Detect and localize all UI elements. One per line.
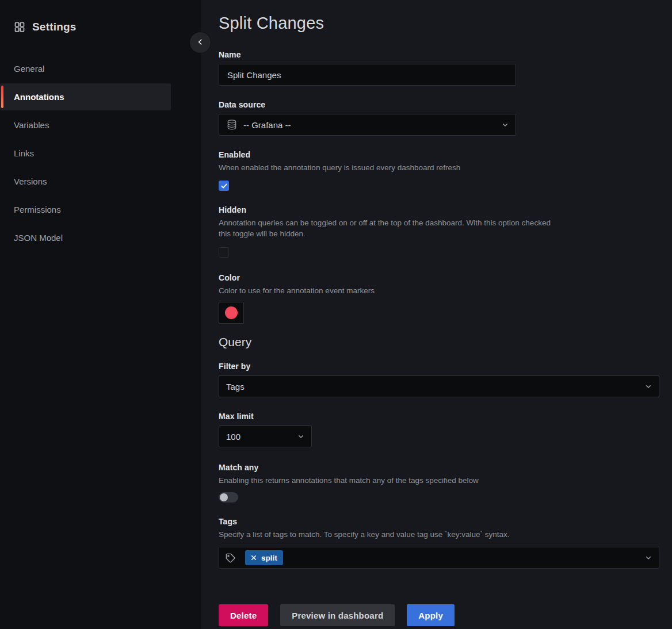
tags-label: Tags bbox=[219, 517, 659, 526]
sidebar-item-json-model[interactable]: JSON Model bbox=[0, 224, 171, 251]
dashboard-settings-page: Settings General Annotations Variables L… bbox=[0, 0, 672, 629]
chevron-down-icon bbox=[644, 553, 653, 562]
page-title: Split Changes bbox=[219, 14, 659, 33]
chevron-down-icon bbox=[296, 432, 306, 441]
enabled-description: When enabled the annotation query is iss… bbox=[219, 162, 659, 173]
max-limit-value: 100 bbox=[226, 432, 240, 442]
hidden-label: Hidden bbox=[219, 205, 659, 214]
annotation-settings-panel: Split Changes Name Data source -- Grafan… bbox=[200, 0, 672, 629]
settings-nav: General Annotations Variables Links Vers… bbox=[0, 55, 171, 251]
filter-by-value: Tags bbox=[226, 382, 245, 392]
hidden-checkbox[interactable] bbox=[219, 247, 229, 258]
sidebar-item-label: Annotations bbox=[14, 92, 64, 102]
apply-button[interactable]: Apply bbox=[407, 604, 455, 626]
data-source-select[interactable]: -- Grafana -- bbox=[219, 114, 516, 136]
data-source-field-group: Data source -- Grafana -- bbox=[219, 100, 659, 136]
sidebar-item-label: Variables bbox=[14, 120, 49, 130]
annotation-color-dot bbox=[225, 306, 238, 319]
x-icon bbox=[250, 554, 257, 561]
color-label: Color bbox=[219, 273, 659, 282]
sidebar-item-label: Versions bbox=[14, 177, 47, 186]
sidebar-item-links[interactable]: Links bbox=[0, 140, 171, 167]
name-label: Name bbox=[219, 50, 659, 59]
settings-title: Settings bbox=[32, 21, 77, 33]
enabled-label: Enabled bbox=[219, 150, 659, 159]
color-description: Color to use for the annotation event ma… bbox=[219, 285, 659, 296]
filter-by-label: Filter by bbox=[219, 362, 659, 371]
hidden-description: Annotation queries can be toggled on or … bbox=[219, 217, 553, 239]
chevron-left-icon bbox=[196, 37, 205, 48]
max-limit-select[interactable]: 100 bbox=[219, 425, 312, 447]
tag-chip-split[interactable]: split bbox=[245, 550, 283, 565]
max-limit-label: Max limit bbox=[219, 412, 659, 421]
match-any-description: Enabling this returns annotations that m… bbox=[219, 475, 659, 486]
sidebar-item-label: JSON Model bbox=[14, 233, 63, 243]
match-any-toggle[interactable] bbox=[219, 492, 238, 503]
collapse-sidebar-button[interactable] bbox=[190, 32, 211, 53]
name-field-group: Name bbox=[219, 50, 659, 86]
tags-select[interactable]: split bbox=[219, 547, 659, 569]
color-field-group: Color Color to use for the annotation ev… bbox=[219, 273, 659, 324]
tags-description: Specify a list of tags to match. To spec… bbox=[219, 529, 659, 540]
sidebar-item-label: Links bbox=[14, 148, 34, 158]
sidebar-item-versions[interactable]: Versions bbox=[0, 168, 171, 195]
color-picker-button[interactable] bbox=[219, 302, 244, 324]
hidden-field-group: Hidden Annotation queries can be toggled… bbox=[219, 205, 659, 258]
match-any-label: Match any bbox=[219, 463, 659, 472]
delete-button[interactable]: Delete bbox=[219, 604, 268, 626]
tag-icon bbox=[225, 553, 236, 563]
filter-by-field-group: Filter by Tags bbox=[219, 362, 659, 397]
enabled-checkbox[interactable] bbox=[219, 181, 229, 191]
match-any-field-group: Match any Enabling this returns annotati… bbox=[219, 463, 659, 503]
active-indicator-bar bbox=[1, 86, 3, 108]
filter-by-select[interactable]: Tags bbox=[219, 375, 659, 397]
sidebar-item-annotations[interactable]: Annotations bbox=[0, 83, 171, 110]
apps-grid-icon bbox=[14, 21, 25, 33]
preview-in-dashboard-button[interactable]: Preview in dashboard bbox=[280, 604, 395, 626]
tags-field-group: Tags Specify a list of tags to match. To… bbox=[219, 517, 659, 569]
name-input[interactable] bbox=[219, 64, 516, 86]
settings-sidebar: Settings General Annotations Variables L… bbox=[0, 0, 200, 629]
settings-header: Settings bbox=[0, 21, 200, 33]
query-section-heading: Query bbox=[219, 335, 659, 349]
sidebar-item-label: Permissions bbox=[14, 205, 61, 214]
sidebar-item-variables[interactable]: Variables bbox=[0, 112, 171, 139]
chevron-down-icon bbox=[644, 382, 653, 391]
max-limit-field-group: Max limit 100 bbox=[219, 412, 659, 447]
toggle-knob bbox=[220, 493, 228, 501]
action-button-row: Delete Preview in dashboard Apply bbox=[219, 604, 659, 626]
data-source-label: Data source bbox=[219, 100, 659, 109]
tag-chip-label: split bbox=[261, 554, 277, 562]
enabled-field-group: Enabled When enabled the annotation quer… bbox=[219, 150, 659, 191]
sidebar-item-general[interactable]: General bbox=[0, 55, 171, 82]
sidebar-item-permissions[interactable]: Permissions bbox=[0, 196, 171, 223]
data-source-value: -- Grafana -- bbox=[243, 120, 291, 130]
sidebar-item-label: General bbox=[14, 64, 44, 74]
chevron-down-icon bbox=[501, 120, 510, 129]
database-icon bbox=[226, 119, 238, 131]
